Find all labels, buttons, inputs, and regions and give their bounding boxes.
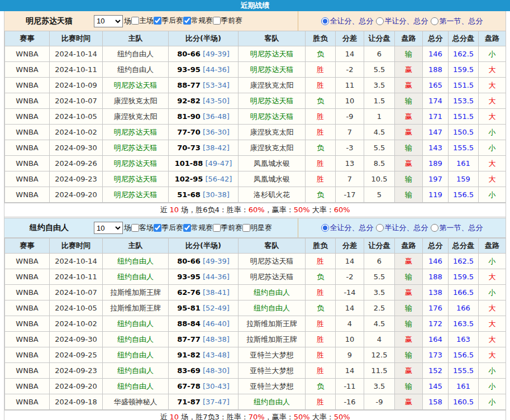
filter-checkbox[interactable] bbox=[213, 224, 221, 232]
total-points-cell: 174 bbox=[423, 93, 449, 109]
filter-checkbox-option[interactable]: 常规赛 bbox=[183, 16, 213, 26]
point-diff-cell: -2 bbox=[336, 62, 364, 78]
summary-text: 60% bbox=[249, 206, 265, 214]
games-count-select[interactable]: 10 bbox=[94, 222, 123, 234]
away-team-cell: 纽约自由人 bbox=[239, 285, 306, 300]
total-points-cell: 138 bbox=[423, 285, 449, 300]
filter-checkbox[interactable] bbox=[213, 17, 221, 25]
odds-type-radio-option[interactable]: 全让分、总分 bbox=[321, 223, 374, 233]
odds-type-radio-option[interactable]: 第一节、总分 bbox=[431, 16, 483, 26]
games-count-select[interactable]: 10 bbox=[94, 15, 123, 27]
odds-type-radio-label: 半让分、总分 bbox=[385, 16, 428, 26]
over-under-cell: 小 bbox=[479, 254, 506, 269]
filter-checkbox[interactable] bbox=[183, 17, 191, 25]
total-line-cell: 163.5 bbox=[449, 316, 479, 332]
filter-checkbox-option[interactable]: 常规赛 bbox=[183, 223, 213, 233]
away-team-cell: 拉斯维加斯王牌 bbox=[239, 316, 306, 332]
filter-checkbox-label: 明星赛 bbox=[250, 223, 272, 233]
point-diff-cell: -14 bbox=[336, 285, 364, 300]
odds-type-radio[interactable] bbox=[376, 17, 384, 25]
total-points-cell: 119 bbox=[423, 187, 449, 203]
score-cell: 92-82 [43-50] bbox=[169, 93, 239, 109]
odds-type-radio-label: 半让分、总分 bbox=[385, 223, 428, 233]
date-cell: 2024-10-11 bbox=[50, 62, 103, 78]
win-lose-cell: 负 bbox=[306, 269, 336, 285]
date-cell: 2024-09-30 bbox=[50, 140, 103, 156]
odds-type-radio-option[interactable]: 半让分、总分 bbox=[376, 16, 428, 26]
column-header: 比分(半场) bbox=[169, 31, 239, 46]
over-under-cell: 小 bbox=[479, 379, 506, 394]
filter-checkbox[interactable] bbox=[131, 224, 139, 232]
odds-type-radio-option[interactable]: 第一节、总分 bbox=[431, 223, 483, 233]
handicap-line-cell: 3.5 bbox=[364, 285, 395, 300]
handicap-result-cell: 赢 bbox=[395, 62, 423, 78]
odds-type-radio[interactable] bbox=[431, 17, 438, 25]
away-team-cell: 明尼苏达天猫 bbox=[239, 269, 306, 285]
over-under-cell: 大 bbox=[479, 78, 506, 93]
filter-checkbox[interactable] bbox=[154, 17, 161, 25]
page-title: 近期战绩 bbox=[0, 0, 510, 11]
score-cell: 71-87 [37-47] bbox=[169, 394, 239, 410]
odds-type-radio-label: 全让分、总分 bbox=[330, 16, 374, 26]
handicap-result-cell: 赢 bbox=[395, 156, 423, 171]
filter-checkbox[interactable] bbox=[131, 17, 139, 25]
odds-type-radio[interactable] bbox=[321, 224, 329, 232]
handicap-result-cell: 输 bbox=[395, 46, 423, 62]
handicap-result-cell: 赢 bbox=[395, 109, 423, 125]
summary-text: 50% bbox=[334, 413, 350, 420]
filter-checkbox-option[interactable]: 主场 bbox=[131, 16, 154, 26]
league-cell: WNBA bbox=[5, 109, 50, 125]
handicap-line-cell: 4.5 bbox=[364, 316, 395, 332]
league-cell: WNBA bbox=[5, 254, 50, 269]
over-under-cell: 大 bbox=[479, 156, 506, 171]
filter-checkbox-option[interactable]: 季后赛 bbox=[154, 223, 183, 233]
column-header: 让分盘 bbox=[364, 238, 395, 254]
filter-checkbox-option[interactable]: 季前赛 bbox=[213, 223, 242, 233]
odds-type-radio-option[interactable]: 全让分、总分 bbox=[321, 16, 374, 26]
league-cell: WNBA bbox=[5, 379, 50, 394]
over-under-cell: 大 bbox=[479, 332, 506, 347]
total-points-cell: 188 bbox=[423, 62, 449, 78]
filter-checkbox[interactable] bbox=[183, 224, 191, 232]
filter-checkbox-label: 季前赛 bbox=[221, 16, 242, 26]
team-filter-bar-liberty: 纽约自由人 10 场 客场季后赛常规赛季前赛明星赛 全让分、总分半让分、总分第一… bbox=[4, 218, 506, 238]
home-team-cell: 明尼苏达天猫 bbox=[103, 171, 169, 187]
handicap-line-cell: 4.5 bbox=[364, 125, 395, 140]
total-line-cell: 151.5 bbox=[449, 109, 479, 125]
over-under-cell: 大 bbox=[479, 62, 506, 78]
handicap-line-cell: 1 bbox=[364, 109, 395, 125]
win-lose-cell: 胜 bbox=[306, 171, 336, 187]
away-team-cell: 明尼苏达天猫 bbox=[239, 62, 306, 78]
filter-checkbox-option[interactable]: 季前赛 bbox=[213, 16, 242, 26]
odds-type-radio-option[interactable]: 半让分、总分 bbox=[376, 223, 428, 233]
score-cell: 51-68 [30-38] bbox=[169, 187, 239, 203]
match-row: WNBA2024-10-07拉斯维加斯王牌62-76 [38-41]纽约自由人胜… bbox=[5, 285, 506, 300]
score-cell: 88-77 [53-34] bbox=[169, 78, 239, 93]
win-lose-cell: 负 bbox=[306, 300, 336, 316]
filter-checkbox-option[interactable]: 客场 bbox=[131, 223, 154, 233]
column-header: 总分盘 bbox=[449, 31, 479, 46]
handicap-result-cell: 输 bbox=[395, 347, 423, 363]
match-row: WNBA2024-10-11纽约自由人93-95 [44-36]明尼苏达天猫负-… bbox=[5, 269, 506, 285]
odds-type-radio[interactable] bbox=[376, 224, 384, 232]
handicap-result-cell: 输 bbox=[395, 93, 423, 109]
point-diff-cell: 10 bbox=[336, 93, 364, 109]
over-under-cell: 大 bbox=[479, 93, 506, 109]
win-lose-cell: 胜 bbox=[306, 347, 336, 363]
league-cell: WNBA bbox=[5, 332, 50, 347]
total-line-cell: 155.5 bbox=[449, 363, 479, 379]
filter-checkbox-option[interactable]: 季后赛 bbox=[154, 16, 183, 26]
odds-type-radio[interactable] bbox=[321, 17, 329, 25]
filter-checkbox[interactable] bbox=[242, 224, 250, 232]
win-lose-cell: 胜 bbox=[306, 125, 336, 140]
date-cell: 2024-10-07 bbox=[50, 285, 103, 300]
win-lose-cell: 负 bbox=[306, 140, 336, 156]
over-under-cell: 大 bbox=[479, 316, 506, 332]
odds-type-radio[interactable] bbox=[431, 224, 438, 232]
filter-checkbox[interactable] bbox=[154, 224, 161, 232]
filter-checkbox-option[interactable]: 明星赛 bbox=[242, 223, 272, 233]
total-points-cell: 189 bbox=[423, 156, 449, 171]
league-cell: WNBA bbox=[5, 62, 50, 78]
away-team-cell: 纽约自由人 bbox=[239, 394, 306, 410]
total-points-cell: 146 bbox=[423, 254, 449, 269]
